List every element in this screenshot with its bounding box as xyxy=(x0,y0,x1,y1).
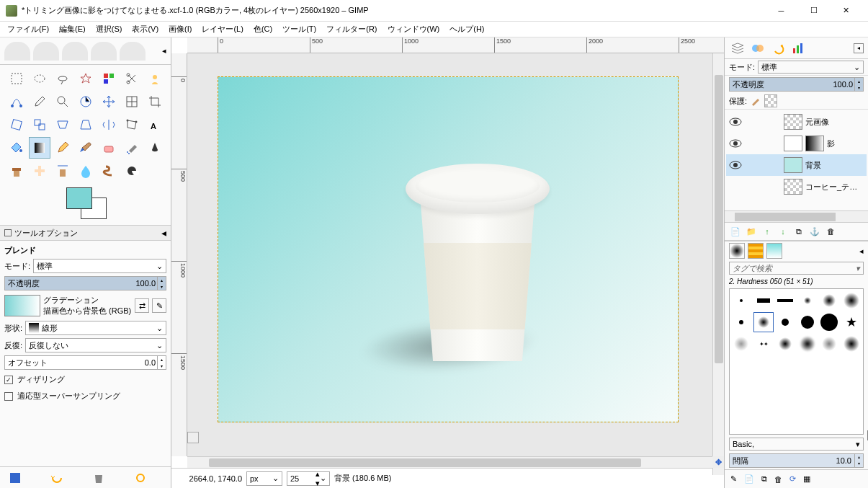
brush-spacing-slider[interactable]: 間隔10.0 ▴▾ xyxy=(729,453,864,468)
brush-item[interactable] xyxy=(841,290,862,311)
foreground-select-tool[interactable] xyxy=(144,68,166,89)
menu-layer[interactable]: レイヤー(L) xyxy=(199,22,246,36)
paths-tool[interactable] xyxy=(6,91,27,112)
blend-tool[interactable] xyxy=(29,137,50,159)
brush-item[interactable] xyxy=(775,334,796,354)
brush-item[interactable] xyxy=(775,312,796,332)
gradient-reverse-button[interactable]: ⇄ xyxy=(135,298,149,313)
perspective-tool[interactable] xyxy=(75,114,97,136)
gradients-tab[interactable] xyxy=(766,243,782,259)
menu-view[interactable]: 表示(V) xyxy=(129,22,161,36)
brush-item[interactable] xyxy=(731,334,752,354)
color-picker-tool[interactable] xyxy=(29,91,50,112)
dodge-tool[interactable] xyxy=(121,160,143,182)
panel-menu-icon[interactable]: ◂ xyxy=(161,227,166,239)
layer-name[interactable]: コーヒー_テイクアウト xyxy=(805,182,864,192)
layer-down-button[interactable]: ↓ xyxy=(777,225,789,238)
layer-row[interactable]: コーヒー_テイクアウト xyxy=(726,176,867,198)
edit-brush-button[interactable]: ✎ xyxy=(730,474,737,484)
heal-tool[interactable] xyxy=(29,160,50,182)
cage-tool[interactable] xyxy=(121,114,143,136)
anchor-layer-button[interactable]: ⚓ xyxy=(808,225,821,238)
shape-select[interactable]: 線形⌄ xyxy=(25,321,166,335)
layer-thumbnail[interactable] xyxy=(784,179,802,195)
repeat-select[interactable]: 反復しない⌄ xyxy=(25,338,166,352)
crop-tool[interactable] xyxy=(144,91,166,112)
brush-item[interactable] xyxy=(731,290,752,311)
menu-help[interactable]: ヘルプ(H) xyxy=(447,22,487,36)
patterns-tab[interactable] xyxy=(748,243,764,259)
brush-item[interactable] xyxy=(797,312,818,332)
new-group-button[interactable]: 📁 xyxy=(745,225,758,238)
layer-thumbnail[interactable] xyxy=(784,114,802,130)
open-as-image-button[interactable]: ▦ xyxy=(803,474,810,484)
lasso-tool[interactable] xyxy=(52,68,73,89)
eraser-tool[interactable] xyxy=(98,137,120,159)
brush-item[interactable] xyxy=(819,312,840,332)
rotate-tool[interactable] xyxy=(6,114,27,136)
maximize-button[interactable]: ☐ xyxy=(797,1,830,21)
brush-item[interactable] xyxy=(797,290,818,311)
toolbox-menu-icon[interactable]: ◂ xyxy=(162,46,166,56)
by-color-select-tool[interactable] xyxy=(98,68,120,89)
zoom-select[interactable]: 25▴▾⌄ xyxy=(287,471,330,486)
offset-slider[interactable]: オフセット0.0 ▴▾ xyxy=(4,355,166,370)
layer-row[interactable]: 元画像 xyxy=(726,111,867,133)
canvas[interactable] xyxy=(218,76,679,422)
menu-color[interactable]: 色(C) xyxy=(251,22,275,36)
vertical-scrollbar[interactable] xyxy=(712,53,724,475)
canvas-viewport[interactable] xyxy=(187,53,724,456)
scissors-tool[interactable] xyxy=(121,68,143,89)
brush-item[interactable] xyxy=(753,312,774,332)
duplicate-brush-button[interactable]: ⧉ xyxy=(761,474,767,484)
minimize-button[interactable]: ─ xyxy=(765,1,797,21)
layers-hscroll[interactable] xyxy=(725,210,868,222)
blur-tool[interactable] xyxy=(75,160,97,182)
brush-item[interactable] xyxy=(731,312,752,332)
vertical-ruler[interactable]: 0 500 1000 1500 xyxy=(171,53,187,456)
brush-item[interactable] xyxy=(775,290,796,311)
horizontal-ruler[interactable]: 0 500 1000 1500 2000 2500 xyxy=(187,37,724,53)
align-tool[interactable] xyxy=(121,91,143,112)
visibility-icon[interactable] xyxy=(729,117,742,127)
ink-tool[interactable] xyxy=(144,137,166,159)
layer-name[interactable]: 影 xyxy=(827,138,864,149)
brush-item[interactable] xyxy=(753,290,774,311)
supersample-checkbox[interactable]: 適応型スーパーサンプリング xyxy=(4,389,166,403)
new-brush-button[interactable]: 📄 xyxy=(744,474,754,484)
brush-dock-menu-icon[interactable]: ◂ xyxy=(859,247,864,256)
mode-select[interactable]: 標準⌄ xyxy=(33,259,166,273)
menu-edit[interactable]: 編集(E) xyxy=(56,22,89,36)
channels-tab[interactable] xyxy=(749,40,766,57)
layer-thumbnail[interactable] xyxy=(784,136,802,151)
brush-item[interactable]: ★ xyxy=(841,312,862,332)
brush-item[interactable]: ✦✦ xyxy=(753,334,774,354)
layer-up-button[interactable]: ↑ xyxy=(761,225,774,238)
menu-tool[interactable]: ツール(T) xyxy=(279,22,319,36)
layer-row[interactable]: 影 xyxy=(726,133,867,154)
layer-mask-thumbnail[interactable] xyxy=(805,136,824,151)
save-preset-icon[interactable] xyxy=(9,471,22,484)
opacity-slider[interactable]: 不透明度100.0 ▴▾ xyxy=(4,276,166,290)
layer-thumbnail[interactable] xyxy=(784,157,802,173)
tag-search-input[interactable]: タグで検索▾ xyxy=(729,262,864,275)
lock-alpha-icon[interactable] xyxy=(764,94,777,107)
dither-checkbox[interactable]: ✓ディザリング xyxy=(4,373,166,386)
unit-select[interactable]: px⌄ xyxy=(246,471,282,486)
reset-preset-icon[interactable] xyxy=(134,471,147,484)
fuzzy-select-tool[interactable] xyxy=(75,68,97,89)
close-button[interactable]: ✕ xyxy=(830,1,862,21)
lock-pixels-icon[interactable] xyxy=(750,95,761,107)
measure-tool[interactable] xyxy=(75,91,97,112)
layer-opacity-slider[interactable]: 不透明度100.0 ▴▾ xyxy=(729,77,864,92)
rect-select-tool[interactable] xyxy=(6,68,27,89)
smudge-tool[interactable] xyxy=(98,160,120,182)
ellipse-select-tool[interactable] xyxy=(29,68,50,89)
menu-image[interactable]: 画像(I) xyxy=(166,22,194,36)
menu-file[interactable]: ファイル(F) xyxy=(4,22,52,36)
pencil-tool[interactable] xyxy=(52,137,73,159)
duplicate-layer-button[interactable]: ⧉ xyxy=(792,225,805,238)
flip-tool[interactable] xyxy=(98,114,120,136)
brush-item[interactable] xyxy=(819,290,840,311)
layers-tab[interactable] xyxy=(729,40,746,57)
